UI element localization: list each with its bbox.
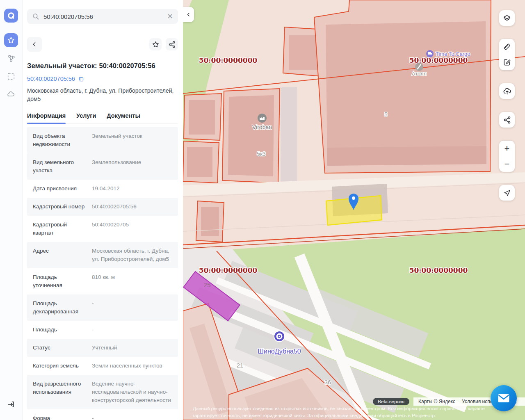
quarter-label: 50:00:0000000 — [199, 56, 258, 64]
tab-documents[interactable]: Документы — [107, 110, 140, 123]
table-row: Кадастровый номер50:40:0020705:56 — [27, 198, 178, 216]
row-value: Земельный участок — [87, 132, 172, 148]
row-value: Московская область, г. Дубна, ул. Прибор… — [87, 247, 172, 263]
table-row: Вид объекта недвижимостиЗемельный участо… — [27, 127, 178, 153]
poi-label: Атолл — [412, 71, 427, 77]
share-icon — [168, 41, 176, 48]
table-row: Форма собственности- — [27, 409, 178, 420]
envelope-icon — [498, 393, 510, 403]
row-label: Вид разрешенного использования — [33, 380, 87, 404]
table-row: Категория земельЗемли населенных пунктов — [27, 357, 178, 375]
collapse-panel-button[interactable] — [183, 7, 194, 22]
app-root: ✕ — [0, 0, 525, 420]
page-title: Земельный участок: 50:40:0020705:56 — [27, 62, 178, 70]
object-card: Земельный участок: 50:40:0020705:56 50:4… — [27, 37, 178, 420]
table-row: СтатусУчтенный — [27, 339, 178, 357]
copy-icon[interactable] — [78, 76, 84, 82]
zoom-in-button[interactable]: + — [499, 141, 515, 156]
ruler-icon — [502, 42, 511, 51]
poi-label: Viroban — [252, 124, 272, 130]
row-label: Кадастровый номер — [33, 203, 87, 211]
cadastral-number-row: 50:40:0020705:56 — [27, 75, 178, 82]
sidebar-item-select-area[interactable] — [4, 69, 18, 83]
row-value: Ведение научно-исследовательской и научн… — [87, 380, 172, 404]
search-bar[interactable]: ✕ — [27, 9, 178, 24]
star-outline-icon — [152, 41, 160, 48]
chat-button[interactable] — [491, 385, 517, 411]
chevron-left-icon — [31, 41, 38, 48]
object-address: Московская область, г. Дубна, ул. Прибор… — [27, 87, 178, 103]
logout-icon — [7, 400, 15, 409]
row-label: Категория земель — [33, 362, 87, 370]
app-logo[interactable] — [4, 9, 18, 23]
zoom-control-group: + − — [499, 141, 515, 172]
house-number: 5к3 — [257, 151, 266, 157]
tab-services[interactable]: Услуги — [76, 110, 96, 123]
back-button[interactable] — [27, 37, 42, 52]
dashed-select-icon — [7, 72, 16, 81]
table-row: Вид разрешенного использованияВедение на… — [27, 375, 178, 409]
row-value: 810 кв. м — [87, 273, 172, 290]
locate-button[interactable] — [499, 185, 515, 201]
map-render: 25 50:00:0000000 50:00:0000000 50:00:000… — [183, 0, 525, 420]
quarter-label: 50:00:0000000 — [199, 266, 258, 274]
draw-button[interactable] — [499, 55, 515, 70]
map-canvas[interactable]: 25 50:00:0000000 50:00:0000000 50:00:000… — [183, 0, 525, 420]
table-row: Площадь уточненная810 кв. м — [27, 268, 178, 294]
sidebar-item-cloud[interactable] — [4, 87, 18, 101]
star-icon — [7, 36, 15, 44]
upload-button[interactable] — [499, 83, 515, 99]
card-toolbar — [27, 37, 178, 52]
poi-label: ШиноДубна50 — [258, 348, 301, 355]
row-label: Статус — [33, 344, 87, 352]
layers-button[interactable] — [499, 10, 515, 26]
sidebar-item-favorites[interactable] — [4, 33, 18, 47]
cloud-upload-icon — [502, 87, 512, 96]
clear-search-icon[interactable]: ✕ — [167, 13, 173, 20]
plus-icon: + — [504, 144, 510, 153]
logo-icon — [7, 11, 15, 20]
favorite-button[interactable] — [149, 38, 162, 50]
measure-draw-group — [499, 39, 515, 70]
table-row: Площадь декларированная- — [27, 294, 178, 321]
table-row: Вид земельного участкаЗемлепользование — [27, 153, 178, 180]
search-input[interactable] — [43, 13, 167, 20]
share-map-button[interactable] — [499, 112, 515, 128]
row-value: Землепользование — [87, 158, 172, 175]
yandex-maps-link[interactable]: Карты © Яндекс — [418, 399, 455, 404]
beta-badge: Beta-версия — [373, 398, 409, 405]
row-value: - — [87, 299, 172, 316]
polygon-nodes-icon — [7, 54, 16, 63]
row-value: - — [87, 326, 172, 334]
share-button[interactable] — [166, 38, 178, 50]
quarter-label: 50:00:0000000 — [409, 266, 468, 274]
row-label: Кадастровый квартал — [33, 221, 87, 237]
table-row: Дата присвоения19.04.2012 — [27, 180, 178, 198]
house-number: 5 — [384, 111, 388, 118]
chevron-left-icon — [186, 12, 191, 17]
table-row: АдресМосковская область, г. Дубна, ул. П… — [27, 242, 178, 268]
poi-label: Time To Cargo — [436, 51, 470, 57]
house-number: 36 — [324, 379, 331, 386]
row-label: Форма собственности — [33, 414, 87, 420]
zoom-out-button[interactable]: − — [499, 156, 515, 172]
search-icon — [32, 13, 39, 20]
tabs: Информация Услуги Документы — [27, 110, 178, 124]
row-value: 50:40:0020705 — [87, 221, 172, 237]
tab-information[interactable]: Информация — [27, 110, 66, 123]
row-label: Вид объекта недвижимости — [33, 132, 87, 148]
layers-icon — [502, 14, 511, 23]
locate-arrow-icon — [503, 189, 511, 197]
sidebar-item-polygons[interactable] — [4, 51, 18, 65]
table-row: Площадь- — [27, 321, 178, 339]
ruler-button[interactable] — [499, 39, 515, 55]
edit-icon — [502, 58, 511, 67]
attributes-table: Вид объекта недвижимостиЗемельный участо… — [27, 127, 178, 420]
row-label: Дата присвоения — [33, 185, 87, 193]
cadastral-number-link[interactable]: 50:40:0020705:56 — [27, 75, 75, 82]
cloud-icon — [7, 90, 16, 99]
sidebar-item-logout[interactable] — [4, 397, 18, 411]
row-value: Земли населенных пунктов — [87, 362, 172, 370]
table-row: Кадастровый квартал50:40:0020705 — [27, 216, 178, 242]
row-label: Адрес — [33, 247, 87, 263]
